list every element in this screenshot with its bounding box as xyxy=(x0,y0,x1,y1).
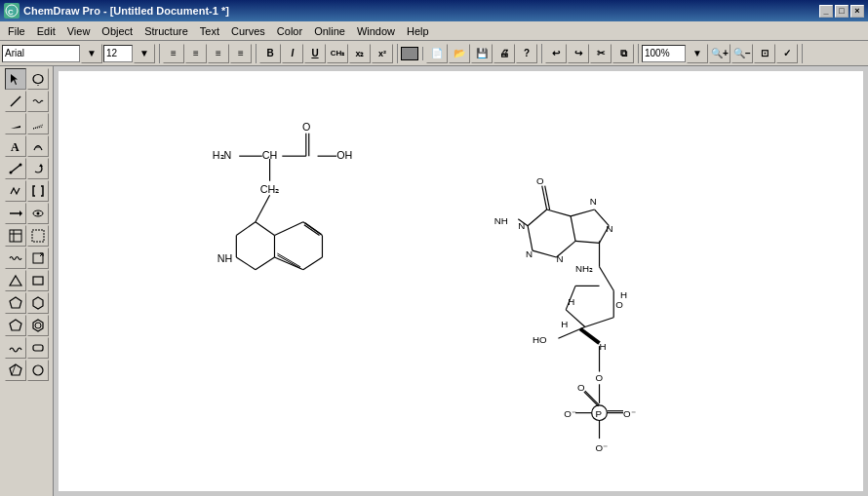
dashed-wedge-tool[interactable] xyxy=(27,113,49,134)
tool-row-5 xyxy=(5,158,49,179)
menu-curves[interactable]: Curves xyxy=(225,23,271,39)
help-button[interactable]: ? xyxy=(516,44,537,63)
wavy-bond-tool[interactable] xyxy=(27,91,49,112)
polymer-tool[interactable] xyxy=(27,337,49,359)
wavy-tool[interactable] xyxy=(5,248,26,269)
copy-button[interactable]: ⧉ xyxy=(612,44,634,63)
document-canvas[interactable]: H₂N CH O OH CH₂ xyxy=(59,71,863,491)
tool-row-3 xyxy=(5,113,49,134)
align-justify-button[interactable]: ≡ xyxy=(230,44,252,63)
zoom-dropdown-arrow[interactable]: ▼ xyxy=(687,44,708,63)
query-tool[interactable] xyxy=(27,225,49,247)
window-controls: _ □ × xyxy=(819,5,864,18)
align-left-button[interactable]: ≡ xyxy=(163,44,184,63)
nh2-label: H₂N xyxy=(213,149,232,161)
lasso-tool[interactable] xyxy=(27,68,49,90)
atom-map-tool[interactable] xyxy=(27,135,49,157)
canvas-area[interactable]: H₂N CH O OH CH₂ xyxy=(54,66,868,496)
benzene-tool[interactable] xyxy=(27,315,49,336)
undo-button[interactable]: ↩ xyxy=(545,44,567,63)
chain-tool[interactable] xyxy=(5,180,26,202)
zoom-fit-button[interactable]: ⊡ xyxy=(754,44,775,63)
bold-button[interactable]: B xyxy=(259,44,281,63)
pentagon-tool[interactable] xyxy=(5,292,26,314)
menu-structure[interactable]: Structure xyxy=(138,23,194,39)
svg-line-56 xyxy=(547,210,571,216)
italic-button[interactable]: I xyxy=(282,44,303,63)
superscript-button[interactable]: x² xyxy=(372,44,393,63)
tool-row-13 xyxy=(5,337,49,359)
minimize-button[interactable]: _ xyxy=(819,5,833,18)
tool-row-14 xyxy=(5,360,49,381)
font-family-dropdown[interactable]: Arial xyxy=(2,45,80,62)
close-button[interactable]: × xyxy=(850,5,864,18)
svg-line-57 xyxy=(571,216,575,241)
orbital-tool[interactable] xyxy=(27,203,49,224)
svg-line-60 xyxy=(528,226,533,250)
file-group: 📄 📂 💾 🖨 ? xyxy=(426,44,542,63)
zoom-out-button[interactable]: 🔍− xyxy=(731,44,753,63)
bond-tool[interactable] xyxy=(5,91,26,112)
subscript2-button[interactable]: CH₂ xyxy=(327,44,348,63)
hexagon-tool[interactable] xyxy=(27,292,49,314)
menu-view[interactable]: View xyxy=(61,23,97,39)
svg-line-71 xyxy=(585,318,613,327)
cyclooctane-tool[interactable] xyxy=(27,360,49,381)
nh2-purine-label: NH₂ xyxy=(575,263,593,274)
menu-edit[interactable]: Edit xyxy=(31,23,61,39)
tool-row-2 xyxy=(5,91,49,112)
redo-button[interactable]: ↪ xyxy=(568,44,589,63)
align-center-button[interactable]: ≡ xyxy=(185,44,207,63)
menu-text[interactable]: Text xyxy=(194,23,225,39)
check-button[interactable]: ✓ xyxy=(776,44,798,63)
cut-button[interactable]: ✂ xyxy=(590,44,612,63)
format-group: B I U CH₂ x₂ x² xyxy=(259,44,398,63)
underline-button[interactable]: U xyxy=(304,44,326,63)
svg-line-75 xyxy=(580,328,600,343)
svg-line-69 xyxy=(600,267,614,290)
menu-bar: File Edit View Object Structure Text Cur… xyxy=(0,21,868,41)
maximize-button[interactable]: □ xyxy=(835,5,848,18)
color-fill-button[interactable] xyxy=(401,47,418,60)
zoom-in-button[interactable]: 🔍+ xyxy=(709,44,730,63)
open-button[interactable]: 📂 xyxy=(449,44,470,63)
select-tool[interactable] xyxy=(5,68,26,90)
h-sugar-2: H xyxy=(620,289,627,300)
wave-tool[interactable] xyxy=(5,337,26,359)
subscript-button[interactable]: x₂ xyxy=(349,44,371,63)
menu-window[interactable]: Window xyxy=(351,23,401,39)
edit-group: ↩ ↪ ✂ ⧉ xyxy=(545,44,639,63)
font-size-dropdown[interactable]: 12 xyxy=(103,45,133,62)
resize-tool[interactable] xyxy=(27,248,49,269)
text-tool[interactable]: A xyxy=(5,135,26,157)
c4-label: N xyxy=(556,253,563,264)
print-button[interactable]: 🖨 xyxy=(493,44,515,63)
template-tool[interactable] xyxy=(5,225,26,247)
bracket-tool[interactable] xyxy=(27,180,49,202)
3d-ring-tool[interactable] xyxy=(5,360,26,381)
menu-file[interactable]: File xyxy=(2,23,31,39)
font-dropdown-arrow[interactable]: ▼ xyxy=(81,44,102,63)
bond-single-tool[interactable] xyxy=(5,158,26,179)
svg-line-52 xyxy=(304,225,320,236)
menu-object[interactable]: Object xyxy=(96,23,138,39)
alignment-group: ≡ ≡ ≡ ≡ xyxy=(163,44,256,63)
wedge-bond-tool[interactable] xyxy=(5,113,26,134)
h-c3: H xyxy=(561,319,568,329)
rectangle-tool[interactable] xyxy=(27,270,49,291)
arrow-tool[interactable] xyxy=(5,203,26,224)
font-size-dropdown-arrow[interactable]: ▼ xyxy=(134,44,155,63)
menu-help[interactable]: Help xyxy=(401,23,435,39)
svg-point-28 xyxy=(35,323,41,328)
rotate-tool[interactable] xyxy=(27,158,49,179)
o6-label: O xyxy=(536,175,544,186)
save-button[interactable]: 💾 xyxy=(471,44,493,63)
menu-online[interactable]: Online xyxy=(308,23,351,39)
new-button[interactable]: 📄 xyxy=(426,44,448,63)
triangle-tool[interactable] xyxy=(5,270,26,291)
title-bar: C ChemDraw Pro - [Untitled Document-1 *]… xyxy=(0,0,868,21)
menu-color[interactable]: Color xyxy=(271,23,308,39)
zoom-dropdown[interactable]: 100% xyxy=(642,45,686,62)
cyclopentadiene-tool[interactable] xyxy=(5,315,26,336)
align-right-button[interactable]: ≡ xyxy=(208,44,229,63)
